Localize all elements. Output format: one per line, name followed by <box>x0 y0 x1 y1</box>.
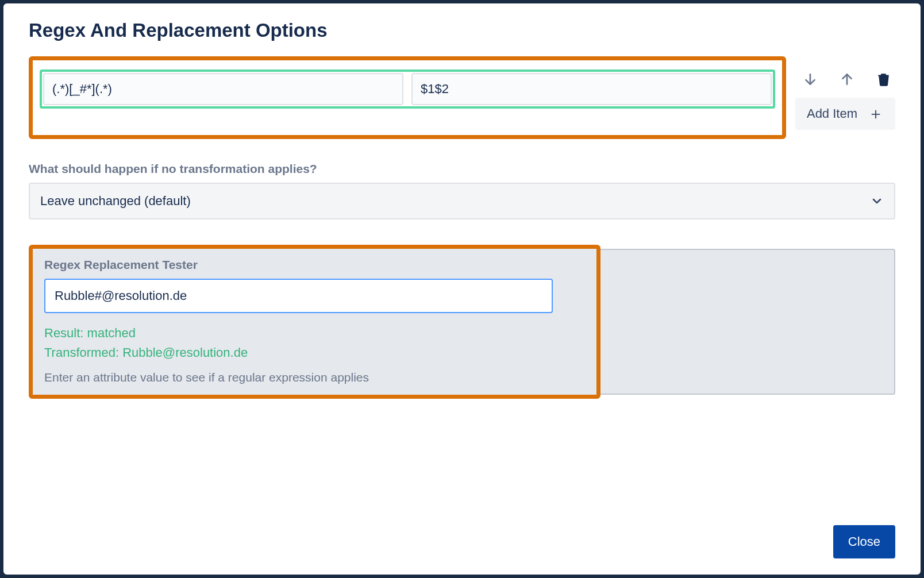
tester-help-text: Enter an attribute value to see if a reg… <box>44 371 585 384</box>
regex-rules-area: Add Item ＋ <box>29 56 895 139</box>
tester-result-line: Result: matched <box>44 323 585 343</box>
regex-pattern-input[interactable] <box>43 73 403 105</box>
regex-options-modal: Regex And Replacement Options Ad <box>3 3 921 575</box>
tester-input[interactable] <box>44 279 553 313</box>
result-label: Result: <box>44 326 83 340</box>
fallback-selected-value: Leave unchanged (default) <box>40 194 191 209</box>
add-item-label: Add Item <box>807 106 857 121</box>
tester-row: Regex Replacement Tester Result: matched… <box>29 245 895 399</box>
transformed-label: Transformed: <box>44 345 119 360</box>
modal-footer: Close <box>29 525 895 558</box>
chevron-down-icon <box>870 194 884 208</box>
regex-rule-row <box>40 70 775 109</box>
move-up-icon[interactable] <box>839 71 855 87</box>
close-button[interactable]: Close <box>833 525 895 558</box>
result-value: matched <box>87 326 136 340</box>
move-down-icon[interactable] <box>802 71 818 87</box>
tester-title: Regex Replacement Tester <box>44 258 585 272</box>
rule-reorder-icons <box>795 71 895 87</box>
transformed-value: Rubble@resolution.de <box>122 345 248 360</box>
add-item-button[interactable]: Add Item ＋ <box>795 98 895 130</box>
regex-replacement-input[interactable] <box>411 73 772 105</box>
fallback-select-wrap: Leave unchanged (default) <box>29 183 895 219</box>
modal-title: Regex And Replacement Options <box>29 20 895 41</box>
regex-tester-panel: Regex Replacement Tester Result: matched… <box>29 245 600 399</box>
plus-icon: ＋ <box>868 106 884 122</box>
fallback-select[interactable]: Leave unchanged (default) <box>29 183 895 219</box>
delete-icon[interactable] <box>876 71 892 87</box>
tester-transformed-line: Transformed: Rubble@resolution.de <box>44 343 585 363</box>
rule-row-actions: Add Item ＋ <box>795 56 895 130</box>
regex-rule-highlight <box>29 56 786 139</box>
tester-right-pane <box>600 249 895 395</box>
fallback-label: What should happen if no transformation … <box>29 162 895 176</box>
